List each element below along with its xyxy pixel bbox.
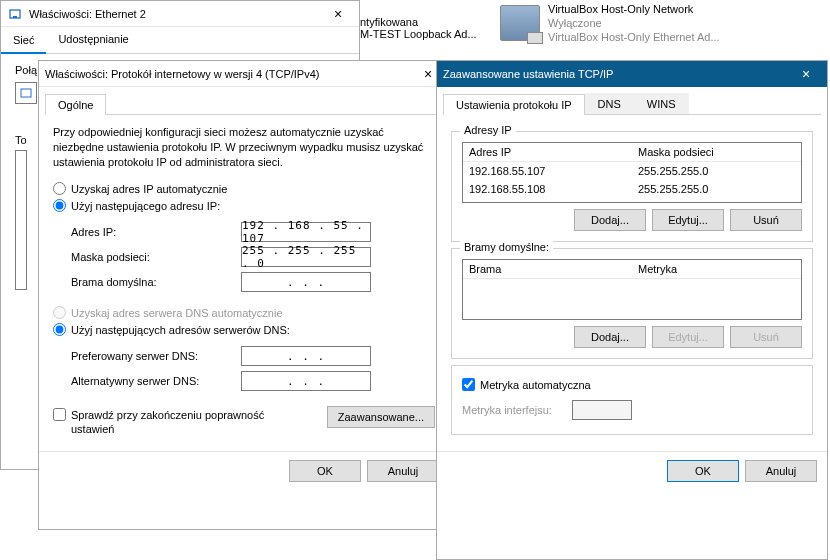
dialog-buttons: OK Anuluj [437,451,827,490]
input-if-metric [572,400,632,420]
radio-dns-manual[interactable]: Użyj następujących adresów serwerów DNS: [53,323,290,336]
advanced-button[interactable]: Zaawansowane... [327,406,435,428]
table-row[interactable]: 192.168.55.108255.255.255.0 [463,180,801,198]
dialog-buttons: OK Anuluj [39,451,449,490]
edit-gw-button: Edytuj... [652,326,724,348]
input-dns1[interactable]: . . . [241,346,371,366]
input-ip[interactable]: 192 . 168 . 55 . 107 [241,222,371,242]
check-auto-metric[interactable]: Metryka automatyczna [462,378,591,391]
body: Adresy IP Adres IP Maska podsieci 192.16… [437,115,827,451]
col-mask: Maska podsieci [632,143,801,161]
cancel-button[interactable]: Anuluj [745,460,817,482]
input-mask[interactable]: 255 . 255 . 255 . 0 [241,247,371,267]
add-ip-button[interactable]: Dodaj... [574,209,646,231]
tab-dns[interactable]: DNS [585,93,634,114]
col-gateway: Brama [463,260,632,278]
radio-ip-auto[interactable]: Uzyskaj adres IP automatycznie [53,182,227,195]
label-dns2: Alternatywny serwer DNS: [71,375,241,387]
ok-button[interactable]: OK [667,460,739,482]
close-icon[interactable]: × [323,1,353,27]
body: Przy odpowiedniej konfiguracji sieci moż… [39,115,449,451]
tab-ip-settings[interactable]: Ustawienia protokołu IP [443,94,585,115]
cancel-button[interactable]: Anuluj [367,460,439,482]
tab-wins[interactable]: WINS [634,93,689,114]
tabs: Sieć Udostępnianie [1,27,359,54]
components-list-partial[interactable] [15,150,27,290]
check-validate[interactable]: Sprawdź przy zakończeniu poprawność usta… [53,408,293,436]
label-if-metric: Metryka interfejsu: [462,404,572,416]
radio-dns-auto: Uzyskaj adres serwera DNS automatycznie [53,306,283,319]
titlebar[interactable]: Właściwości: Ethernet 2 × [1,1,359,27]
advanced-tcpip-window: Zaawansowane ustawienia TCP/IP × Ustawie… [436,60,828,560]
add-gw-button[interactable]: Dodaj... [574,326,646,348]
label-gateway: Brama domyślna: [71,276,241,288]
delete-ip-button[interactable]: Usuń [730,209,802,231]
ethernet-icon [7,6,23,22]
col-metric: Metryka [632,260,801,278]
label-dns1: Preferowany serwer DNS: [71,350,241,362]
ip-addresses-group: Adresy IP Adres IP Maska podsieci 192.16… [451,131,813,242]
input-gateway[interactable]: . . . [241,272,371,292]
ipv4-properties-window: Właściwości: Protokół internetowy w wers… [38,60,450,530]
ok-button[interactable]: OK [289,460,361,482]
close-icon[interactable]: × [791,61,821,87]
gw-list[interactable]: Brama Metryka [462,259,802,320]
titlebar[interactable]: Właściwości: Protokół internetowy w wers… [39,61,449,87]
col-ip: Adres IP [463,143,632,161]
table-row[interactable]: 192.168.55.107255.255.255.0 [463,162,801,180]
label-mask: Maska podsieci: [71,251,241,263]
description-text: Przy odpowiedniej konfiguracji sieci moż… [53,125,435,170]
window-title: Właściwości: Protokół internetowy w wers… [45,68,413,80]
svg-rect-2 [21,89,31,97]
tab-sharing[interactable]: Udostępnianie [46,27,140,53]
ethernet-small-icon [20,87,32,99]
edit-ip-button[interactable]: Edytuj... [652,209,724,231]
metric-group: Metryka automatyczna Metryka interfejsu: [451,365,813,435]
network-connection-item[interactable]: ntyfikowana M-TEST Loopback Ad... Virtua… [500,2,820,44]
input-dns2[interactable]: . . . [241,371,371,391]
titlebar[interactable]: Zaawansowane ustawienia TCP/IP × [437,61,827,87]
network-adapter-icon [500,5,540,41]
connection-dropdown-partial[interactable] [15,82,37,104]
network-connection-text: VirtualBox Host-Only Network Wyłączone V… [548,2,720,44]
delete-gw-button: Usuń [730,326,802,348]
ip-list[interactable]: Adres IP Maska podsieci 192.168.55.10725… [462,142,802,203]
window-title: Właściwości: Ethernet 2 [29,8,323,20]
tabs: Ogólne [45,93,443,115]
group-label: Adresy IP [460,124,516,136]
tabs: Ustawienia protokołu IP DNS WINS [443,93,821,115]
window-title: Zaawansowane ustawienia TCP/IP [443,68,791,80]
tab-general[interactable]: Ogólne [45,94,106,115]
tab-network[interactable]: Sieć [1,28,46,54]
svg-rect-1 [13,16,17,18]
label-ip: Adres IP: [71,226,241,238]
partial-text: ntyfikowana M-TEST Loopback Ad... [360,16,477,40]
gateways-group: Bramy domyślne: Brama Metryka Dodaj... E… [451,248,813,359]
radio-ip-manual[interactable]: Użyj następującego adresu IP: [53,199,220,212]
group-label: Bramy domyślne: [460,241,553,253]
